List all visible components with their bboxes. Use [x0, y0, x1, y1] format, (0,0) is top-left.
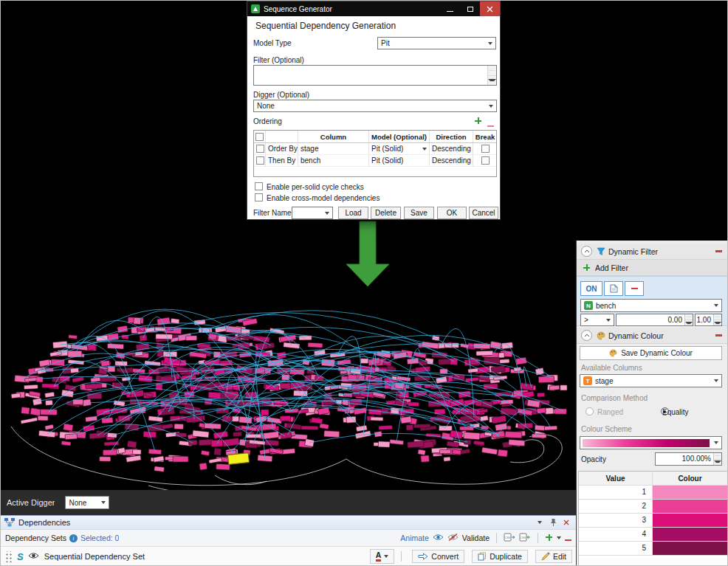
model-cell[interactable]: Pit (Solid) [369, 155, 430, 166]
close-button[interactable] [480, 1, 500, 16]
spin-up-icon[interactable] [685, 314, 693, 320]
export-csv-button[interactable]: CSV [519, 533, 531, 543]
minus-icon [487, 125, 494, 128]
scroll-up-icon[interactable] [488, 66, 496, 76]
filter-min-spinner[interactable]: 0.00 [616, 314, 693, 326]
add-ordering-button[interactable] [474, 117, 482, 126]
font-colour-button[interactable]: A [370, 549, 395, 564]
scroll-down-icon[interactable] [488, 76, 496, 86]
table-row[interactable]: 5 [579, 542, 727, 556]
per-solid-cycle-checkbox[interactable] [255, 182, 263, 190]
ok-button[interactable]: OK [437, 207, 467, 219]
colour-scheme-select[interactable] [580, 436, 722, 449]
break-checkbox[interactable] [481, 145, 490, 153]
sequence-generator-dialog: Sequence Generator Sequential Dependency… [247, 1, 501, 220]
edit-button[interactable]: Edit [535, 550, 572, 563]
spin-up-icon[interactable] [714, 314, 721, 320]
filter-on-toggle[interactable]: ON [580, 281, 602, 296]
maximize-button[interactable] [460, 1, 480, 16]
dependencies-header: Dependencies [1, 516, 576, 530]
save-filter-button[interactable] [604, 281, 623, 296]
close-panel-button[interactable] [560, 520, 572, 525]
colour-swatch[interactable] [653, 500, 727, 513]
save-button[interactable]: Save [404, 207, 434, 219]
pin-button[interactable] [547, 518, 559, 527]
svg-text:CSV: CSV [521, 536, 526, 539]
minimize-icon [447, 11, 453, 12]
chevron-down-icon[interactable] [557, 536, 561, 539]
table-row[interactable]: 4 [579, 528, 727, 542]
filter-name-select[interactable] [292, 207, 333, 219]
row-checkbox[interactable] [256, 145, 264, 153]
spin-up-icon[interactable] [714, 453, 721, 460]
colour-swatch[interactable] [653, 542, 727, 555]
remove-ordering-button[interactable] [487, 120, 494, 128]
spin-down-icon[interactable] [685, 320, 693, 325]
cancel-button[interactable]: Cancel [469, 207, 498, 219]
dependency-set-row[interactable]: S Sequential Dependency Set A Convert Du… [1, 547, 576, 566]
spin-down-icon[interactable] [714, 320, 721, 325]
table-row[interactable]: Order By stage Pit (Solid) Descending [254, 143, 496, 155]
colour-swatch[interactable] [653, 486, 727, 499]
dynamic-filter-header: Dynamic Filter [577, 244, 728, 260]
collapse-section-button[interactable] [581, 330, 592, 341]
remove-filter-button[interactable] [625, 281, 644, 296]
import-csv-button[interactable]: CSV [504, 533, 515, 543]
save-dynamic-colour-button[interactable]: Save Dynamic Colour [580, 346, 722, 360]
visibility-toggle[interactable] [28, 552, 39, 561]
table-row[interactable]: Then By bench Pit (Solid) Descending [254, 155, 496, 167]
value-cell: 1 [579, 486, 653, 499]
panel-menu-button[interactable] [534, 521, 546, 524]
colour-swatch[interactable] [653, 514, 727, 527]
convert-button[interactable]: Convert [412, 550, 464, 563]
column-cell[interactable]: bench [298, 155, 369, 166]
table-row[interactable]: 1 [579, 486, 727, 500]
colour-column-select[interactable]: T stage [580, 374, 722, 387]
filter-operator-select[interactable]: > [580, 314, 614, 326]
select-all-checkbox[interactable] [255, 133, 264, 141]
model-cell[interactable]: Pit (Solid) [369, 143, 430, 154]
ranged-radio[interactable] [586, 407, 594, 415]
table-row[interactable]: 3 [579, 514, 727, 528]
validate-button[interactable]: Validate [462, 534, 490, 542]
value-cell: 2 [579, 500, 653, 513]
add-filter-button[interactable]: Add Filter [583, 263, 628, 272]
minimize-button[interactable] [440, 1, 460, 16]
collapse-section-button[interactable] [581, 246, 592, 257]
filter-field-select[interactable]: N bench [580, 299, 722, 312]
remove-set-button[interactable] [565, 534, 571, 542]
break-checkbox[interactable] [481, 156, 490, 165]
chevron-down-icon [711, 300, 721, 311]
table-row[interactable]: 2 [579, 500, 727, 514]
spin-down-icon[interactable] [714, 460, 721, 466]
filter-max-spinner[interactable]: 1.00 [695, 314, 722, 326]
direction-cell[interactable]: Descending [430, 143, 473, 154]
column-cell[interactable]: stage [298, 143, 369, 154]
direction-cell[interactable]: Descending [430, 155, 473, 166]
remove-colour-section-button[interactable] [715, 334, 722, 337]
delete-button[interactable]: Delete [371, 207, 401, 219]
hide-all-button[interactable] [447, 534, 459, 542]
opacity-spinner[interactable]: 100.00% [655, 452, 722, 466]
active-digger-select[interactable]: None [65, 496, 109, 509]
3d-viewport[interactable] [1, 241, 576, 490]
show-all-button[interactable] [433, 534, 444, 542]
filter-input-scrollbar[interactable] [487, 66, 496, 85]
drag-handle-icon[interactable] [4, 551, 13, 562]
model-type-value: Pit [381, 39, 485, 47]
row-checkbox[interactable] [256, 156, 264, 165]
add-set-button[interactable] [545, 534, 553, 543]
animate-button[interactable]: Animate [400, 534, 429, 542]
colour-swatch[interactable] [653, 528, 727, 541]
info-icon[interactable]: i [69, 534, 78, 542]
filter-input[interactable] [253, 65, 497, 86]
value-cell: 5 [579, 542, 653, 555]
duplicate-button[interactable]: Duplicate [472, 550, 528, 563]
load-button[interactable]: Load [338, 207, 368, 219]
chevron-up-icon [584, 334, 590, 337]
digger-select[interactable]: None [253, 100, 497, 112]
model-type-select[interactable]: Pit [377, 37, 496, 49]
cross-model-checkbox[interactable] [255, 193, 263, 201]
dialog-titlebar[interactable]: Sequence Generator [247, 1, 500, 16]
remove-filter-section-button[interactable] [715, 250, 722, 252]
